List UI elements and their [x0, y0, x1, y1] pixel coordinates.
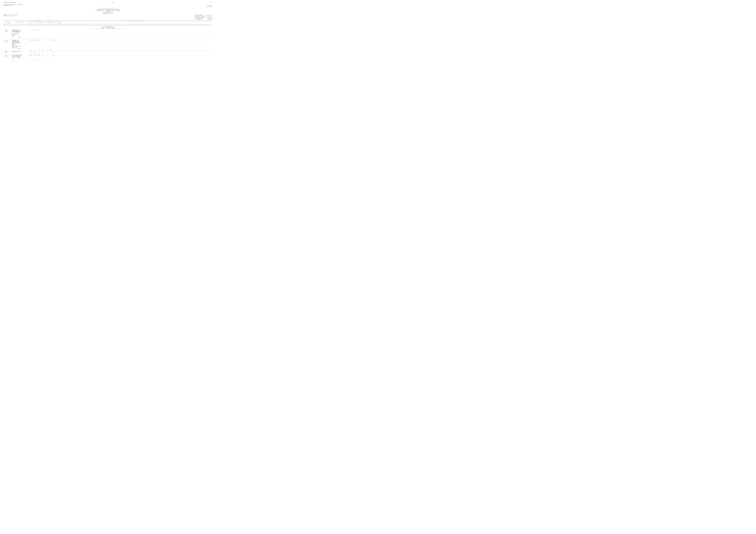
info-block: ОСНОВАНИЕ: Т.П.ЛИСТЫ АР,КИ,КМ,КМИ СОСТАВ…: [3, 15, 212, 20]
w2-v1: 167,08: [32, 40, 36, 49]
w4-v4: [43, 55, 48, 59]
col-num-5: 5: [32, 24, 36, 25]
th-ekspl2: ЭКСПЛ.МАШИН: [52, 22, 55, 24]
w2-v5: 9: [48, 40, 52, 49]
table-col-nums: 1 2 3 4 5 6 7 8 9 10 11: [3, 24, 212, 25]
w3-v2: [36, 51, 40, 53]
section-a-title: А. ПОДЗЕМНАЯ ЧАСТЬ: [3, 26, 212, 27]
w4-code: Е1=194Т.25=1Т.4.П.1.11: [5, 55, 12, 59]
w1-v8: [58, 30, 62, 38]
w1-v1: 36,59: [32, 30, 36, 38]
th-vsego4: ВСЕГО: [62, 22, 212, 24]
page: ТП 503-9-18.86 Альбом Ī -36- 6269 ПРОГРА…: [3, 2, 212, 61]
razdel-1-underline: ••••••••••••••••••••••••••••••••••••••••…: [3, 28, 212, 29]
th-n: N: [3, 22, 5, 24]
th-na-edin: НА ЕДИ.НЕ ЗАН.НА ВАШИ.: [58, 22, 62, 24]
w3-sub: 0,08: [12, 53, 212, 54]
w1-v2: 36,59: [36, 30, 40, 38]
work-3-main: 3 С310=16531,4 •ПЕРЕВОЗКА ДО 1 КМ(В ОТВА…: [3, 51, 212, 53]
w4-name: •РАБОТА НА ОТВАЛЕ ПРИ ДОСТАВКЕГРУНТА АВТ…: [12, 55, 28, 59]
w1-kol: 0,04: [28, 30, 32, 38]
w3-code: С310=16531,4: [5, 51, 12, 53]
th-vsego2: ОСНОВНОЙЗАРПЛАТЫ: [40, 22, 43, 24]
w4-kol: 0,06: [28, 55, 32, 59]
w1-sub-v2: 12,59: [36, 38, 40, 38]
table-header-row1: СТОИМ. ЕДИНИЦЫ, РУБ. ОБЩАЯ СТОИМОСТЬ, РУ…: [3, 20, 212, 21]
w1-sub-v6: 1: [52, 38, 212, 38]
w1-num: 1: [3, 30, 5, 38]
th-vsego3: ВСЕГО: [43, 22, 48, 24]
w1-v6: 3: [52, 30, 55, 38]
w3-num: 3: [3, 51, 5, 53]
naim-stroyki-label: НАИМЕНОВАНИЕ СТРОЙКИ=: [3, 5, 13, 6]
program-line: ПРОГРАММНЫЙ КОМПЛЕКС АВС-ЗЕС ( РЕДАКЦИЯ …: [3, 4, 212, 5]
w4-v3: 1: [40, 55, 43, 59]
work-row-2: 2 Е1=176Т.22=13Т.4.П.1.11 •РАЗРАБОТКА ГР…: [3, 40, 212, 50]
col-num-6: 6: [36, 24, 40, 25]
w3-sub-v2: 0,08: [36, 53, 40, 54]
w4-v9: [62, 55, 212, 59]
w3-v5: [48, 51, 52, 53]
w4-v1: 11,08: [32, 55, 36, 59]
th-zarplata2: ЗАРПЛАТЫ: [55, 22, 58, 24]
naim-stroyki-row: НАИМЕНОВАНИЕ СТРОЙКИ= ФОРМА 4: [3, 5, 212, 6]
obekt-nomer: ОБЪЕКТ НОМЕР: [3, 6, 212, 7]
w2-sub-v4: 4: [43, 49, 48, 50]
smeta-subtitle: НА К ТИПОВОМУ ПРОЕКТУ АВТОМОБИЛЬНЫХ ВЕСО…: [3, 9, 212, 13]
page-number: -36-: [112, 2, 114, 3]
table-header-row2: N ШИФР И №ПОЗИЦИИ(НОРМАТИВА) НАИМЕНОВАНИ…: [3, 21, 212, 24]
work-row-4: 4 Е1=194Т.25=1Т.4.П.1.11 •РАБОТА НА ОТВА…: [3, 55, 212, 61]
w2-sub-v5: 81,38: [48, 49, 52, 50]
col-num-8: 8: [43, 24, 48, 25]
col-num-1: 1: [3, 24, 5, 25]
table-header: СТОИМ. ЕДИНИЦЫ, РУБ. ОБЩАЯ СТОИМОСТЬ, РУ…: [3, 20, 212, 25]
w1-sub-v5: 17,84: [48, 38, 52, 38]
w2-kol: 0,06: [28, 40, 32, 49]
w1-v5: [48, 30, 52, 38]
col-num-11: 11: [55, 24, 212, 25]
w4-v6: 2,21: [52, 55, 55, 59]
w1-code: Е1=230Т.29=1Т.4.П.1.11: [5, 30, 12, 38]
w1-sub-v4: 1: [43, 38, 48, 38]
w3-v7: 6: [55, 51, 58, 53]
w4-sub-v4: [43, 60, 48, 60]
w2-num: 2: [3, 40, 5, 49]
forma-label: ФОРМА 4: [209, 5, 212, 6]
w2-sub-v6: 3: [52, 49, 212, 50]
w2-v6: 10,90: [52, 40, 55, 49]
col-num-2: 2: [5, 24, 12, 25]
sostavlena: СОСТАВЛЕНА В ЦЕНАХ 1984 Г.: [3, 16, 17, 16]
th-col2: [7, 21, 12, 21]
w4-sub: 1,30 3,12 4,49: [12, 60, 212, 60]
col-num-7: 7: [40, 24, 43, 25]
w3-v8: [58, 51, 62, 53]
th-naim: НАИМЕНОВАНИЕ РАБОТ И ЗАТРАТ,ЕДИНИЦА ИЗМЕ…: [12, 22, 28, 24]
w4-v7: [55, 55, 58, 59]
w1-v3: [40, 30, 43, 38]
th-kolichestvo: КОЛИЧЕСТВО: [28, 22, 32, 24]
cena-edinicy: ЦЕНА ЕДИНИЦЫ 26,08 РУБ.: [195, 19, 212, 20]
th-col1: [3, 21, 5, 21]
w2-v4: [43, 40, 48, 49]
w2-v7: 1: [55, 40, 58, 49]
th-col3: [12, 21, 28, 21]
w4-sub-v6: [52, 60, 212, 60]
w3-v9: [62, 51, 212, 53]
col-num-4: 4: [28, 24, 32, 25]
w2-dots: •••••••••• •••••••••• •••••••••• •••••••…: [12, 50, 212, 51]
w1-sub: 12,59 1 17,84 1: [12, 38, 212, 38]
w1-dots: •••••••••••• •••••••••• •••••••••• •••••…: [12, 38, 212, 39]
work-4-main: 4 Е1=194Т.25=1Т.4.П.1.11 •РАБОТА НА ОТВА…: [3, 55, 212, 59]
w1-v9: [62, 30, 212, 38]
w2-name: •РАЗРАБОТКА ГРУНТАЭКСКАВАТОРАМИ С КОВШОМ…: [12, 40, 28, 49]
w2-v9: [62, 40, 212, 49]
w4-v5: [48, 55, 52, 59]
cost-info: СМЕТНАЯ СТОИМОСТЬ 88,887 ТЫС.РУБ. НОРМАТ…: [195, 15, 212, 20]
col-num-10: 10: [52, 24, 55, 25]
w3-kol: 91,00: [28, 51, 32, 53]
naim-obekta: НАИМЕНОВАНИЕ ОБЪЕКТА=: [3, 13, 212, 14]
w3-dots: •••••••••• •••••••••• •••••••••• •••••••…: [12, 54, 212, 54]
w2-code: Е1=176Т.22=13Т.4.П.1.11: [5, 40, 12, 49]
th-col1b: [5, 21, 7, 21]
th-col4: [28, 21, 32, 21]
